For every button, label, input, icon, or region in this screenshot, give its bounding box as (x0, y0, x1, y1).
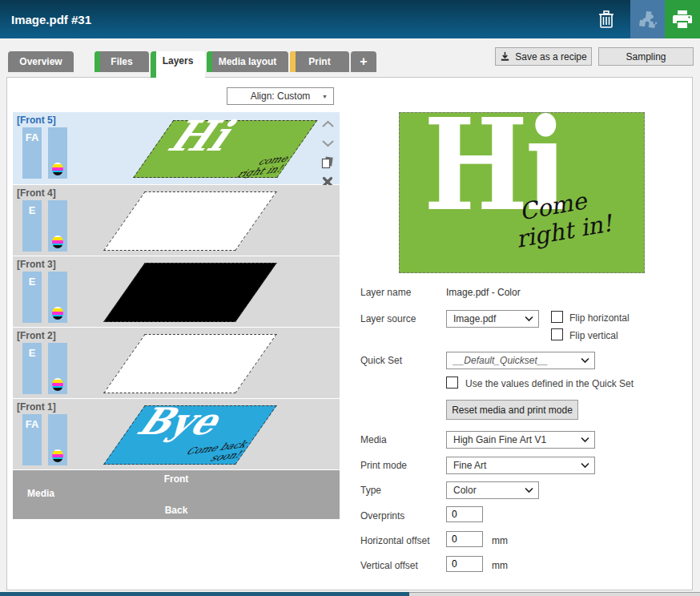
plus-icon: + (360, 54, 367, 69)
vertical-offset-input[interactable] (446, 556, 483, 572)
print-mode-badge: E (22, 204, 42, 216)
media-label: Media (27, 488, 54, 499)
flip-vertical-checkbox[interactable] (551, 328, 563, 340)
duplicate-layer-button[interactable] (320, 155, 336, 170)
layer-row-front-3[interactable]: [Front 3] E (13, 256, 340, 327)
use-quickset-label: Use the values defined in the Quick Set (465, 378, 634, 389)
quick-set-label: Quick Set (360, 355, 402, 366)
media-stack-bar: Front Media Back (13, 470, 340, 519)
tab-media-layout-stripe (207, 51, 212, 72)
layer-thumbnail[interactable]: Hi come right in! (133, 120, 317, 178)
color-bar (48, 200, 67, 252)
tab-media-layout[interactable]: Media layout (207, 51, 288, 72)
type-dropdown[interactable]: Color (446, 481, 539, 499)
layer-thumbnail[interactable] (103, 263, 277, 322)
color-profile-icon (52, 378, 63, 391)
front-side-label: Front (13, 473, 340, 485)
tab-print[interactable]: Print (290, 51, 349, 72)
print-mode-bar: E (22, 343, 42, 394)
reset-media-print-mode-button[interactable]: Reset media and print mode (446, 400, 578, 420)
sampling-label: Sampling (626, 51, 666, 62)
printer-icon (671, 9, 694, 30)
layer-source-value: Image.pdf (453, 313, 496, 324)
flip-horizontal-label: Flip horizontal (569, 312, 630, 324)
color-profile-icon (52, 307, 63, 320)
move-layer-down-button[interactable] (320, 135, 336, 151)
align-dropdown-value: Align: Custom (251, 91, 311, 102)
layer-source-label: Layer source (360, 313, 416, 324)
layer-thumbnail[interactable] (103, 191, 277, 251)
media-select-label: Media (360, 434, 387, 445)
tab-layers-stripe (151, 51, 156, 78)
layer-thumbnail[interactable] (103, 334, 277, 393)
copy-icon (321, 156, 334, 169)
layer-row-label: [Front 1] (17, 401, 56, 413)
chevron-down-icon (581, 462, 589, 469)
align-dropdown[interactable]: Align: Custom ▼ (227, 87, 334, 105)
layer-row-front-2[interactable]: [Front 2] E (13, 328, 340, 398)
sampling-button[interactable]: Sampling (598, 47, 694, 66)
quick-set-value: __Default_Quickset__ (453, 355, 548, 366)
print-mode-dropdown[interactable]: Fine Art (446, 457, 595, 474)
tab-layers[interactable]: Layers (151, 51, 205, 78)
color-profile-icon (52, 163, 63, 175)
chevron-down-icon (525, 316, 533, 322)
media-dropdown[interactable]: High Gain Fine Art V1 (446, 431, 595, 449)
layer-row-front-4[interactable]: [Front 4] E (13, 185, 340, 256)
layer-row-tools (318, 116, 337, 189)
delete-job-button[interactable] (586, 0, 626, 38)
add-tab-button[interactable]: + (351, 51, 376, 72)
print-mode-value: Fine Art (453, 460, 486, 471)
download-icon (500, 51, 510, 62)
chevron-down-icon (525, 487, 533, 493)
window-title: Image.pdf #31 (11, 13, 91, 26)
print-mode-bar: E (22, 272, 42, 323)
use-quickset-checkbox[interactable] (446, 377, 458, 389)
thumbnail-headline: Bye (129, 400, 235, 443)
color-bar (48, 272, 67, 323)
tab-print-label: Print (308, 56, 330, 67)
bottom-strip-remainder (409, 592, 700, 596)
layer-name-label: Layer name (360, 287, 411, 298)
chevron-down-icon (581, 437, 589, 443)
layer-thumbnail[interactable]: Bye Come back soon! (103, 405, 277, 465)
app-window: Image.pdf #31 (0, 0, 700, 596)
modules-button[interactable] (630, 0, 665, 38)
chevron-up-icon (321, 120, 335, 128)
move-layer-up-button[interactable] (320, 116, 336, 131)
layer-row-label: [Front 2] (17, 330, 56, 341)
layer-row-label: [Front 4] (17, 187, 56, 199)
color-bar (48, 343, 67, 394)
tab-media-layout-label: Media layout (219, 56, 277, 67)
layer-row-front-1[interactable]: [Front 1] FA Bye Come back soon! (13, 399, 340, 469)
layer-source-dropdown[interactable]: Image.pdf (446, 310, 539, 328)
horizontal-offset-label: Horizontal offset (360, 535, 430, 546)
thumbnail-headline: Hi (159, 111, 248, 160)
bottom-progress-strip (0, 592, 409, 596)
color-profile-icon (52, 236, 63, 248)
flip-horizontal-checkbox[interactable] (551, 311, 563, 323)
tab-layers-label: Layers (163, 55, 194, 66)
tab-print-stripe (290, 51, 296, 72)
puzzle-icon (638, 9, 658, 30)
color-profile-icon (52, 449, 63, 462)
color-bar (48, 127, 67, 179)
save-as-recipe-label: Save as a recipe (515, 51, 586, 62)
quick-set-dropdown[interactable]: __Default_Quickset__ (446, 352, 595, 369)
vertical-offset-label: Vertical offset (360, 560, 418, 571)
print-mode-bar: FA (22, 127, 42, 179)
layer-row-label: [Front 5] (17, 115, 56, 126)
tab-files[interactable]: Files (95, 51, 149, 72)
save-as-recipe-button[interactable]: Save as a recipe (495, 47, 592, 66)
overprints-label: Overprints (360, 510, 404, 522)
tab-overview[interactable]: Overview (8, 51, 74, 72)
media-value: High Gain Fine Art V1 (453, 434, 546, 445)
horizontal-offset-input[interactable] (446, 531, 483, 547)
layer-row-front-5[interactable]: [Front 5] FA Hi come right in! (13, 112, 340, 184)
print-mode-badge: E (22, 276, 42, 288)
title-bar: Image.pdf #31 (0, 0, 700, 38)
thumbnail-script: come right in! (235, 153, 290, 179)
overprints-input[interactable] (446, 506, 483, 522)
print-button[interactable] (665, 0, 700, 38)
horizontal-offset-unit: mm (492, 535, 508, 546)
